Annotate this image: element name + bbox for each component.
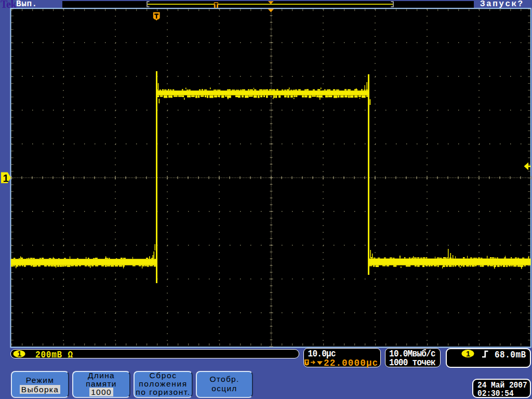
svg-text:1: 1: [466, 350, 470, 357]
svg-text:1: 1: [18, 350, 22, 357]
svg-text:1: 1: [3, 172, 9, 184]
